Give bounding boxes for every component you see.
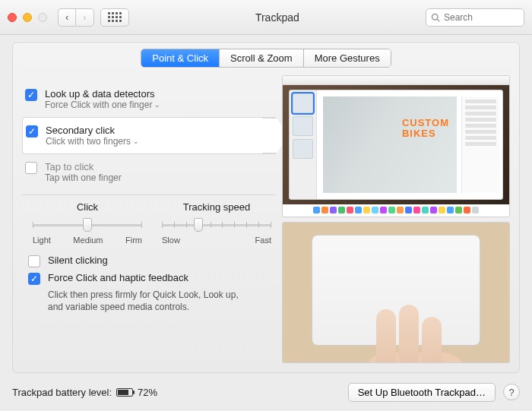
- option-subtitle: Tap with one finger: [45, 172, 122, 183]
- preview-app-window: CUSTOM BIKES: [289, 90, 503, 200]
- sliders-row: Click Light Medium Firm Tracking speed: [22, 201, 276, 245]
- chevron-right-icon: ›: [83, 11, 86, 23]
- option-secondary-click[interactable]: ✓ Secondary click Click with two fingers…: [22, 117, 276, 154]
- option-title: Secondary click: [46, 125, 139, 136]
- divider: [22, 194, 276, 195]
- check-icon: ✓: [28, 126, 36, 137]
- checkbox-lookup[interactable]: ✓: [25, 89, 37, 101]
- back-button[interactable]: ‹: [58, 8, 75, 27]
- svg-line-1: [437, 19, 439, 21]
- preview-menubar: [283, 76, 509, 85]
- hand-illustration: [350, 303, 464, 363]
- check-icon: ✓: [27, 90, 35, 100]
- option-lookup-data-detectors[interactable]: ✓ Look up & data detectors Force Click w…: [22, 81, 276, 117]
- checkbox-silent-clicking[interactable]: [28, 255, 40, 267]
- dock-app-icon: [388, 207, 395, 213]
- dock-app-icon: [405, 207, 412, 213]
- option-title: Tap to click: [45, 161, 122, 172]
- click-slider[interactable]: [33, 217, 142, 232]
- dock-app-icon: [430, 207, 437, 213]
- dock-app-icon: [413, 207, 420, 213]
- window-titlebar: ‹ › Trackpad: [0, 0, 532, 35]
- preview-document: CUSTOM BIKES: [317, 90, 502, 199]
- option-title: Look up & data detectors: [45, 88, 160, 100]
- hero-line: BIKES: [402, 128, 449, 139]
- option-list: ✓ Look up & data detectors Force Click w…: [22, 75, 276, 190]
- dock-app-icon: [355, 207, 362, 213]
- chevron-left-icon: ‹: [65, 11, 68, 23]
- click-slider-group: Click Light Medium Firm: [33, 201, 142, 245]
- dock-app-icon: [338, 207, 345, 213]
- option-title: Silent clicking: [48, 255, 108, 266]
- preferences-panel: Point & Click Scroll & Zoom More Gesture…: [12, 43, 520, 373]
- dock-app-icon: [455, 207, 462, 213]
- checkbox-tap-to-click[interactable]: [25, 162, 37, 174]
- chevron-down-icon: ⌄: [133, 138, 139, 145]
- option-subtitle-menu[interactable]: Force Click with one finger ⌄: [45, 100, 160, 110]
- battery-label: Trackpad battery level:: [12, 387, 112, 398]
- tracking-slider[interactable]: [162, 217, 271, 232]
- dock-app-icon: [447, 207, 454, 213]
- slider-end-label: Fast: [255, 236, 271, 245]
- tracking-slider-knob[interactable]: [194, 218, 203, 232]
- setup-bluetooth-trackpad-button[interactable]: Set Up Bluetooth Trackpad…: [348, 383, 496, 402]
- svg-point-0: [432, 14, 439, 20]
- right-column: CUSTOM BIKES: [282, 75, 510, 363]
- preview-desktop: CUSTOM BIKES: [283, 85, 509, 204]
- dock-app-icon: [464, 207, 470, 213]
- option-force-click[interactable]: ✓ Force Click and haptic feedback: [25, 270, 273, 287]
- dock-app-icon: [330, 207, 337, 213]
- slider-end-label: Light: [33, 236, 51, 245]
- checkbox-secondary-click[interactable]: ✓: [26, 125, 38, 138]
- battery-value: 72%: [138, 387, 157, 398]
- slider-end-label: Slow: [162, 236, 180, 245]
- search-field[interactable]: [426, 8, 524, 27]
- chevron-down-icon: ⌄: [154, 101, 160, 109]
- option-title: Force Click and haptic feedback: [48, 272, 188, 283]
- minimize-window-button[interactable]: [23, 13, 32, 22]
- tabs-container: Point & Click Scroll & Zoom More Gesture…: [13, 43, 519, 68]
- content-area: ✓ Look up & data detectors Force Click w…: [22, 75, 510, 363]
- bottom-options: Silent clicking ✓ Force Click and haptic…: [22, 245, 276, 313]
- option-subtitle-menu[interactable]: Click with two fingers ⌄: [46, 136, 139, 147]
- dock-app-icon: [321, 207, 328, 213]
- checkbox-force-click[interactable]: ✓: [28, 273, 40, 285]
- tracking-slider-ends: Slow Fast: [162, 236, 271, 245]
- zoom-window-button[interactable]: [38, 13, 47, 22]
- option-subtitle-text: Force Click with one finger: [45, 100, 152, 110]
- preview-inspector: [461, 96, 499, 193]
- tab-bar: Point & Click Scroll & Zoom More Gesture…: [141, 49, 391, 68]
- dock-app-icon: [422, 207, 429, 213]
- hero-line: CUSTOM: [402, 118, 449, 128]
- option-subtitle-text: Tap with one finger: [45, 172, 122, 183]
- footer-bar: Trackpad battery level: 72% Set Up Bluet…: [12, 381, 520, 403]
- preview-thumb: [293, 139, 313, 159]
- click-slider-knob[interactable]: [83, 218, 92, 232]
- tab-scroll-and-zoom[interactable]: Scroll & Zoom: [220, 49, 304, 67]
- close-window-button[interactable]: [8, 13, 17, 22]
- dock-app-icon: [372, 207, 378, 213]
- click-slider-label: Click: [33, 201, 142, 213]
- dock-app-icon: [397, 207, 404, 213]
- preview-thumb: [293, 116, 313, 136]
- tracking-slider-group: Tracking speed Slow Fast: [162, 201, 271, 245]
- tab-more-gestures[interactable]: More Gestures: [304, 49, 391, 67]
- dock-app-icon: [363, 207, 370, 213]
- preview-dock: [290, 205, 502, 216]
- window-title: Trackpad: [135, 11, 420, 24]
- battery-icon: [116, 388, 133, 397]
- search-input[interactable]: [444, 12, 512, 23]
- option-tap-to-click[interactable]: Tap to click Tap with one finger: [22, 154, 276, 190]
- tab-point-and-click[interactable]: Point & Click: [141, 49, 220, 67]
- preview-sidebar: [290, 90, 317, 199]
- forward-button[interactable]: ›: [75, 8, 93, 27]
- preview-thumb: [293, 93, 313, 113]
- search-icon: [431, 13, 440, 22]
- check-icon: ✓: [30, 273, 38, 284]
- click-slider-ends: Light Medium Firm: [33, 236, 142, 245]
- option-silent-clicking[interactable]: Silent clicking: [25, 252, 273, 270]
- grid-icon: [108, 12, 122, 22]
- dock-app-icon: [347, 207, 353, 213]
- show-all-button[interactable]: [100, 8, 129, 27]
- help-button[interactable]: ?: [503, 384, 520, 400]
